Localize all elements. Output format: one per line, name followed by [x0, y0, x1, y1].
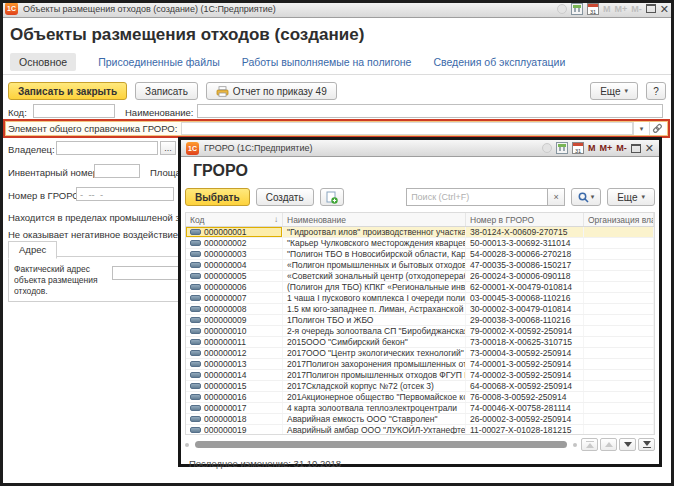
directory-item-icon — [190, 284, 201, 290]
m-button[interactable]: M — [603, 3, 611, 15]
row-code-cell: 000000009 — [186, 315, 283, 325]
table-row[interactable]: 0000000174 карта золоотвала теплоэлектро… — [186, 403, 654, 414]
table-row[interactable]: 000000001"Гидроотвал илов" производствен… — [186, 227, 654, 238]
triangle-up-icon — [586, 443, 594, 448]
maximize-button[interactable] — [646, 4, 656, 13]
calculator-icon[interactable] — [556, 142, 568, 154]
table-row[interactable]: 0000000091Полигон ТБО и ЖБО29-00038-3-00… — [186, 315, 654, 326]
row-code-cell: 000000016 — [186, 392, 283, 402]
row-org — [584, 249, 654, 259]
clear-search-button[interactable]: × — [548, 188, 565, 206]
table-row[interactable]: 0000000152017Складской корпус №72 (отсек… — [186, 381, 654, 392]
create-group-button[interactable] — [320, 188, 344, 206]
table-row[interactable]: 000000019Аварийный амбар ООО "ЛУКОЙЛ-Ухт… — [186, 425, 654, 434]
name-label: Наименование: — [125, 107, 194, 118]
table-row[interactable]: 0000000102-я очередь золоотвала СП "Биро… — [186, 326, 654, 337]
report-button[interactable]: Отчет по приказу 49 — [206, 82, 337, 100]
code-input[interactable] — [33, 104, 115, 118]
row-code-cell: 000000004 — [186, 260, 283, 270]
row-number: 76-0008-3-00592-250914 — [466, 392, 584, 402]
table-row[interactable]: 0000000142017Полигон промышленных отходо… — [186, 370, 654, 381]
help-button[interactable]: ? — [646, 82, 666, 100]
address-tab[interactable]: Адрес — [8, 241, 57, 259]
main-titlebar: 1С Объекты размещения отходов (создание)… — [0, 0, 674, 18]
groro-number-label: Номер в ГРОРО: — [8, 190, 82, 201]
table-row[interactable]: 000000006(Полигон для ТБО) КПКГ «Региона… — [186, 282, 654, 293]
table-row[interactable]: 000000018Аварийная емкость ООО "Ставроле… — [186, 414, 654, 425]
table-row[interactable]: 0000000132017Полигон захоронения промышл… — [186, 359, 654, 370]
scroll-top-button[interactable] — [581, 438, 598, 451]
row-code-cell: 000000013 — [186, 359, 283, 369]
header-name[interactable]: Наименование — [283, 213, 466, 226]
save-close-button[interactable]: Записать и закрыть — [8, 82, 127, 100]
page-title: Объекты размещения отходов (создание) — [10, 25, 364, 45]
row-code: 000000014 — [204, 370, 247, 380]
command-bar: Записать и закрыть Записать Отчет по при… — [8, 82, 666, 100]
table-row[interactable]: 000000002"Карьер Чулковского месторожден… — [186, 238, 654, 249]
m-minus-button[interactable]: M- — [616, 142, 627, 154]
close-button[interactable]: ✕ — [660, 3, 669, 15]
groro-dropdown-button[interactable]: ▾ — [633, 122, 649, 135]
create-button[interactable]: Создать — [256, 188, 314, 206]
m-plus-button[interactable]: M+ — [600, 142, 613, 154]
table-row[interactable]: 0000000081.5 км юго-западнее п. Лиман, А… — [186, 304, 654, 315]
tab-polygon-works[interactable]: Работы выполняемые на полигоне — [242, 56, 412, 68]
search-input[interactable] — [406, 188, 548, 206]
more-button-label: Еще — [600, 86, 620, 97]
groro-number-input[interactable] — [76, 187, 174, 201]
row-code: 000000016 — [204, 392, 247, 402]
row-number: 11-00027-Х-01028-181215 — [466, 425, 584, 434]
calendar-icon[interactable]: 31 — [572, 142, 584, 154]
tab-attached-files[interactable]: Присоединенные файлы — [98, 56, 220, 68]
directory-item-icon — [190, 251, 201, 257]
row-code: 000000006 — [204, 282, 247, 292]
row-name: (Полигон для ТБО) КПКГ «Региональные инв… — [283, 282, 466, 292]
table-row[interactable]: 0000000122017ООО "Центр экологических те… — [186, 348, 654, 359]
select-button[interactable]: Выбрать — [185, 188, 250, 206]
horizontal-scrollbar[interactable] — [185, 438, 655, 451]
search-options-button[interactable]: ▾ — [571, 188, 601, 206]
groro-field-row: Элемент общего справочника ГРОРО: ▾ — [3, 119, 670, 138]
scroll-up-button[interactable] — [600, 438, 617, 451]
row-name: Аварийный амбар ООО "ЛУКОЙЛ-Ухтанефтепер… — [283, 425, 466, 434]
table-row[interactable]: 000000005«Советский зональный центр (отх… — [186, 271, 654, 282]
owner-input[interactable] — [56, 141, 158, 155]
table-row[interactable]: 000000004«Полигон промышленных и бытовых… — [186, 260, 654, 271]
header-code[interactable]: Код ↓ — [186, 213, 283, 226]
calendar-icon[interactable]: 31 — [587, 3, 599, 15]
header-org[interactable]: Организация владе — [584, 213, 654, 226]
groro-field-input[interactable] — [181, 122, 633, 135]
table-rows: 000000001"Гидроотвал илов" производствен… — [186, 227, 654, 434]
row-number: 73-00004-3-00592-250914 — [466, 348, 584, 358]
table-row[interactable]: 000000003"Полигон ТБО в Новосибирской об… — [186, 249, 654, 260]
row-number: 79-00002-Х-00592-250914 — [466, 326, 584, 336]
scrollbar-thumb[interactable] — [195, 441, 567, 448]
scroll-bottom-button[interactable] — [638, 438, 655, 451]
tab-exploitation-info[interactable]: Сведения об эксплуатации — [433, 56, 565, 68]
close-button[interactable]: ✕ — [645, 142, 654, 154]
name-input[interactable] — [197, 104, 663, 118]
save-button[interactable]: Записать — [135, 82, 198, 100]
table-row[interactable]: 0000000071 чаша I пускового комплекса I … — [186, 293, 654, 304]
table-row[interactable]: 000000016201Акционерное общество "Первом… — [186, 392, 654, 403]
table-row[interactable]: 0000000112015ООО "Симбирский бекон"73-00… — [186, 337, 654, 348]
inventory-input[interactable] — [94, 164, 140, 178]
header-number[interactable]: Номер в ГРОРО — [466, 213, 584, 226]
m-plus-button[interactable]: M+ — [615, 3, 628, 15]
industrial-zone-label: Находится в пределах промышленой зоны: — [8, 212, 200, 223]
row-code: 000000008 — [204, 304, 247, 314]
m-minus-button[interactable]: M- — [631, 3, 642, 15]
scroll-down-button[interactable] — [619, 438, 636, 451]
groro-field-label: Элемент общего справочника ГРОРО: — [8, 123, 177, 134]
row-org — [584, 315, 654, 325]
m-button[interactable]: M — [588, 142, 596, 154]
maximize-button[interactable] — [631, 144, 641, 153]
more-button[interactable]: Еще ▾ — [590, 82, 638, 100]
groro-open-link-button[interactable] — [649, 122, 665, 135]
row-name: 1 чаша I пускового комплекса I очереди п… — [283, 293, 466, 303]
tab-osnovnoe[interactable]: Основное — [10, 53, 76, 71]
row-org — [584, 238, 654, 248]
owner-ellipsis-button[interactable]: ... — [160, 141, 176, 155]
modal-more-button[interactable]: Еще ▾ — [607, 188, 655, 206]
calculator-icon[interactable] — [571, 3, 583, 15]
